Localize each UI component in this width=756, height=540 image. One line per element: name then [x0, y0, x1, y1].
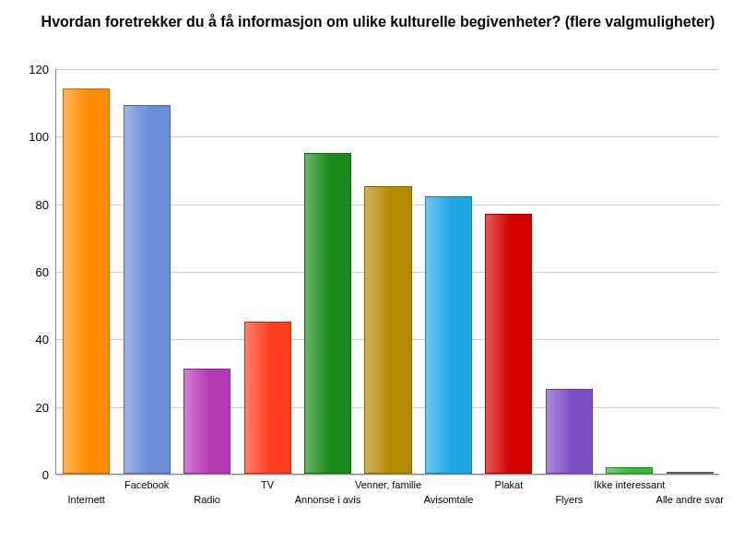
bar [546, 389, 593, 474]
bar-slot [63, 69, 110, 474]
x-tick-label: Internett [68, 494, 105, 505]
bar [485, 214, 532, 474]
x-tick-label: Alle andre svar [656, 494, 724, 505]
bar [63, 88, 110, 474]
x-tick-label: Avisomtale [424, 494, 474, 505]
chart-container: Hvordan foretrekker du å få informasjon … [0, 0, 756, 540]
y-tick-label: 20 [36, 400, 56, 414]
bar-slot [546, 69, 593, 474]
bars-group [56, 69, 719, 474]
bar [425, 196, 472, 474]
x-tick-label: Flyers [555, 494, 583, 505]
bar-slot [183, 69, 230, 474]
plot-area: 020406080100120 InternettFacebookRadioTV… [55, 69, 719, 475]
bar-slot [244, 69, 291, 474]
bar [304, 153, 351, 474]
y-tick-label: 60 [36, 265, 56, 279]
x-tick-label: Radio [194, 494, 220, 505]
y-tick-label: 80 [36, 197, 56, 211]
bar [364, 186, 411, 474]
y-tick-label: 0 [42, 468, 56, 482]
bar-slot [485, 69, 532, 474]
bar [667, 472, 714, 474]
y-tick-label: 120 [29, 63, 56, 76]
x-tick-label: Annonse i avis [295, 494, 361, 505]
bar [183, 369, 230, 474]
bar [606, 467, 653, 474]
x-tick-label: Plakat [495, 479, 524, 490]
y-tick-label: 100 [29, 130, 56, 144]
bar-slot [364, 69, 411, 474]
x-tick-label: Facebook [124, 479, 169, 490]
bar-slot [606, 69, 653, 474]
x-tick-label: Ikke interessant [594, 479, 665, 490]
bar [124, 105, 171, 474]
chart-title: Hvordan foretrekker du å få informasjon … [0, 13, 756, 31]
x-tick-label: TV [261, 479, 274, 490]
x-tick-label: Venner, familie [355, 479, 421, 490]
bar [244, 322, 291, 474]
y-tick-label: 40 [36, 333, 56, 346]
bar-slot [124, 69, 171, 474]
bar-slot [425, 69, 472, 474]
bar-slot [667, 69, 714, 474]
grid-line [56, 475, 719, 475]
bar-slot [304, 69, 351, 474]
